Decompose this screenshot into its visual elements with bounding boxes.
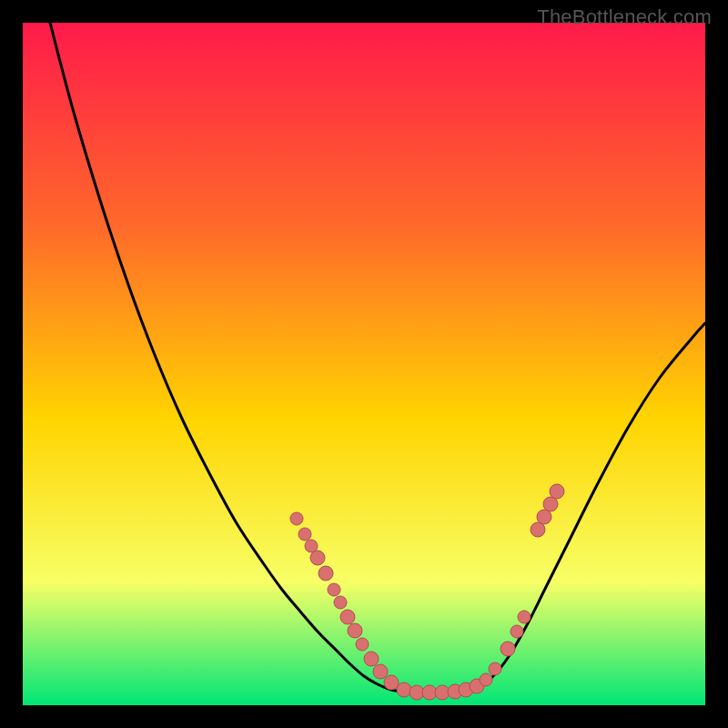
data-dot (518, 611, 531, 623)
watermark-text: TheBottleneck.com (537, 5, 712, 29)
data-dot (373, 664, 388, 679)
data-dot (290, 512, 303, 525)
data-dot (531, 522, 545, 537)
data-dot (318, 566, 333, 581)
data-dot (328, 583, 340, 596)
data-dot (310, 551, 325, 565)
data-dot (384, 675, 399, 690)
gradient-plot-area (23, 23, 705, 705)
data-dot (480, 673, 492, 686)
bottleneck-chart (0, 0, 728, 728)
data-dot (511, 625, 523, 638)
data-dot (500, 642, 515, 656)
data-dot (489, 662, 501, 675)
chart-frame: TheBottleneck.com (0, 0, 728, 728)
data-dot (340, 610, 355, 624)
data-dot (543, 497, 558, 511)
data-dot (364, 652, 379, 666)
data-dot (334, 596, 347, 609)
data-dot (537, 510, 551, 524)
data-dot (397, 682, 411, 697)
data-dot (298, 528, 311, 541)
data-dot (356, 638, 369, 651)
data-dot (550, 484, 564, 499)
data-dot (348, 623, 362, 638)
